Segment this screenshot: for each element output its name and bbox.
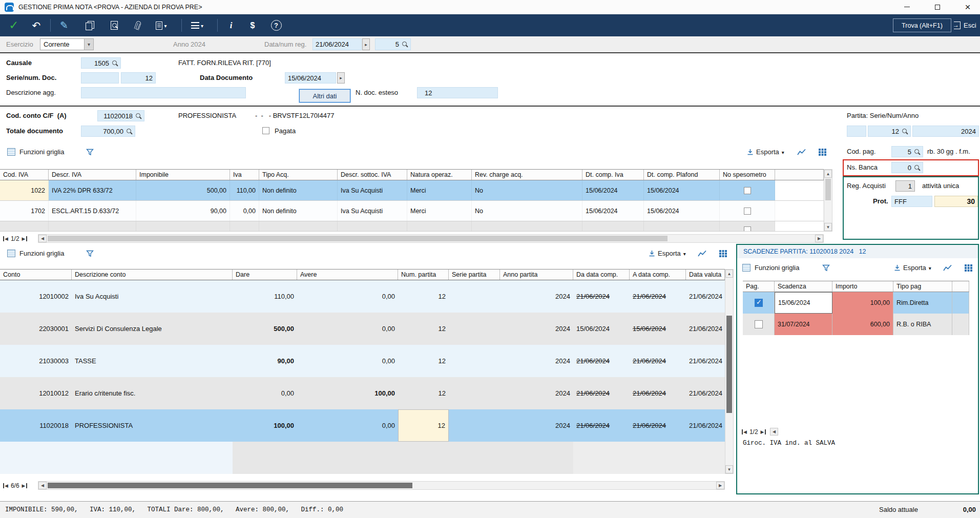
cell-rev-charge[interactable]: No: [472, 201, 582, 221]
grid-view-button[interactable]: [719, 245, 727, 262]
cell-descrizione[interactable]: PROFESSIONISTA: [72, 409, 233, 442]
trova-button[interactable]: Trova (Alt+F1): [893, 18, 951, 32]
scroll-down-icon[interactable]: [824, 223, 832, 231]
cell-cod-iva[interactable]: 1702: [0, 201, 49, 221]
col-header-descr-sottoc[interactable]: Descr. sottoc. IVA: [338, 170, 407, 180]
cell-avere[interactable]: 0,00: [297, 409, 398, 442]
cell-scadenza[interactable]: 31/07/2024: [775, 314, 832, 335]
cell-descrizione[interactable]: Servizi Di Consulenza Legale: [72, 313, 233, 345]
ledger-row[interactable]: 22030001 Servizi Di Consulenza Legale 50…: [0, 313, 725, 345]
copy-button[interactable]: [80, 14, 99, 36]
last-page-icon[interactable]: [22, 236, 27, 241]
scrollbar-thumb[interactable]: [48, 236, 668, 241]
cell-conto[interactable]: 12010002: [0, 280, 72, 313]
partita-serie-field[interactable]: [847, 126, 866, 137]
menu-button[interactable]: [186, 14, 208, 36]
col-header-data-valuta[interactable]: Data valuta: [686, 270, 725, 280]
cell-descr-iva[interactable]: ESCL.ART.15 D.633/72: [49, 201, 136, 221]
data-reg-field[interactable]: 21/06/2024: [312, 38, 362, 50]
cell-tipo-acq[interactable]: Non definito: [259, 201, 338, 221]
col-header-a-data-comp[interactable]: A data comp.: [630, 270, 686, 280]
cell-da-data[interactable]: 21/06/2024: [573, 409, 630, 442]
chart-button[interactable]: [943, 259, 952, 276]
col-header-pag[interactable]: Pag.: [743, 281, 775, 292]
iva-vertical-scrollbar[interactable]: [824, 169, 832, 232]
cell-data-valuta[interactable]: 21/06/2024: [686, 280, 725, 313]
cell-conto[interactable]: 22030001: [0, 313, 72, 345]
help-button[interactable]: [266, 14, 286, 36]
cell-dare[interactable]: 100,00: [233, 409, 297, 442]
first-page-icon[interactable]: [3, 483, 8, 488]
num-doc-field[interactable]: 12: [121, 72, 156, 84]
cell-descr-iva[interactable]: IVA 22% DPR 633/72: [49, 180, 136, 200]
col-header-importo[interactable]: Importo: [832, 281, 893, 292]
cell-da-data[interactable]: 21/06/2024: [573, 280, 630, 313]
scroll-left-icon[interactable]: [38, 235, 47, 242]
cell-dare[interactable]: 0,00: [233, 377, 297, 409]
scroll-down-icon[interactable]: [725, 465, 733, 473]
date-next-button[interactable]: [362, 38, 370, 50]
cell-descrizione[interactable]: TASSE: [72, 345, 233, 377]
cell-data-valuta[interactable]: 21/06/2024: [686, 409, 725, 442]
col-header-dt-comp-plafond[interactable]: Dt. comp. Plafond: [644, 170, 720, 180]
pagata-checkbox[interactable]: [262, 127, 269, 134]
last-page-icon[interactable]: [22, 483, 27, 488]
cell-a-data[interactable]: 21/06/2024: [630, 377, 686, 409]
cell-iva[interactable]: 110,00: [230, 180, 259, 200]
cell-anno-partita[interactable]: 2024: [500, 409, 573, 442]
search-icon[interactable]: [902, 128, 908, 134]
causale-field[interactable]: 1505: [81, 57, 121, 69]
cell-avere[interactable]: 0,00: [297, 345, 398, 377]
cell-dt-comp-iva[interactable]: 15/06/2024: [582, 180, 644, 200]
esporta-button[interactable]: Esporta: [649, 245, 686, 262]
cell-dare[interactable]: 110,00: [233, 280, 297, 313]
cell-a-data[interactable]: 21/06/2024: [630, 409, 686, 442]
ledger-row-selected[interactable]: 11020018 PROFESSIONISTA 100,00 0,00 12 2…: [0, 409, 725, 442]
cell-anno-partita[interactable]: 2024: [500, 345, 573, 377]
iva-row[interactable]: 1702 ESCL.ART.15 D.633/72 90,00 0,00 Non…: [0, 201, 824, 221]
col-header-rev-charge[interactable]: Rev. charge acq.: [472, 170, 582, 180]
currency-button[interactable]: [243, 14, 262, 36]
document-search-button[interactable]: [105, 14, 124, 36]
cell-data-valuta[interactable]: 21/06/2024: [686, 313, 725, 345]
funzioni-griglia-button[interactable]: Funzioni griglia: [19, 143, 64, 160]
search-icon[interactable]: [402, 42, 408, 48]
cell-imponibile[interactable]: 90,00: [136, 201, 230, 221]
search-icon[interactable]: [126, 128, 132, 134]
prot-serie-field[interactable]: FFF: [891, 196, 932, 207]
filter-funnel-icon[interactable]: [86, 245, 94, 262]
serie-doc-field[interactable]: [81, 72, 119, 84]
scroll-up-icon[interactable]: [725, 270, 733, 278]
cell-serie-partita[interactable]: [449, 313, 500, 345]
cell-imponibile[interactable]: 500,00: [136, 180, 230, 200]
cell-cod-iva[interactable]: 1022: [0, 180, 49, 200]
search-icon[interactable]: [112, 60, 118, 66]
ns-banca-field[interactable]: 0: [891, 162, 923, 173]
col-header-scadenza[interactable]: Scadenza: [775, 281, 832, 292]
cell-rev-charge[interactable]: No: [472, 180, 582, 200]
num-reg-field[interactable]: 5: [375, 38, 411, 50]
altri-dati-button[interactable]: Altri dati: [299, 89, 350, 102]
cell-avere[interactable]: 100,00: [297, 377, 398, 409]
filter-funnel-icon[interactable]: [86, 143, 94, 160]
cell-tipo-pag[interactable]: R.B. o RIBA: [893, 314, 952, 335]
cell-scadenza[interactable]: 15/06/2024: [775, 292, 832, 314]
iva-row[interactable]: 1022 IVA 22% DPR 633/72 500,00 110,00 No…: [0, 180, 824, 201]
cell-descr-sottoc[interactable]: Iva Su Acquisti: [338, 180, 407, 200]
col-header-iva[interactable]: Iva: [230, 170, 259, 180]
cell-da-data[interactable]: 15/06/2024: [573, 313, 630, 345]
scadenza-row-selected[interactable]: 15/06/2024 100,00 Rim.Diretta: [743, 292, 969, 314]
ledger-row[interactable]: 12010002 Iva Su Acquisti 110,00 0,00 12 …: [0, 280, 725, 313]
scroll-right-icon[interactable]: [815, 235, 823, 242]
scroll-right-icon[interactable]: [716, 482, 724, 489]
filter-funnel-icon[interactable]: [822, 259, 830, 276]
maximize-button[interactable]: [926, 0, 949, 14]
cell-num-partita[interactable]: 12: [398, 377, 449, 409]
cell-anno-partita[interactable]: 2024: [500, 280, 573, 313]
cell-dare[interactable]: 90,00: [233, 345, 297, 377]
cell-importo[interactable]: 600,00: [832, 314, 893, 335]
reg-acquisti-field[interactable]: 1: [895, 180, 915, 192]
cell-anno-partita[interactable]: 2024: [500, 313, 573, 345]
date-doc-next-button[interactable]: [337, 72, 345, 84]
attachment-button[interactable]: [128, 14, 148, 36]
